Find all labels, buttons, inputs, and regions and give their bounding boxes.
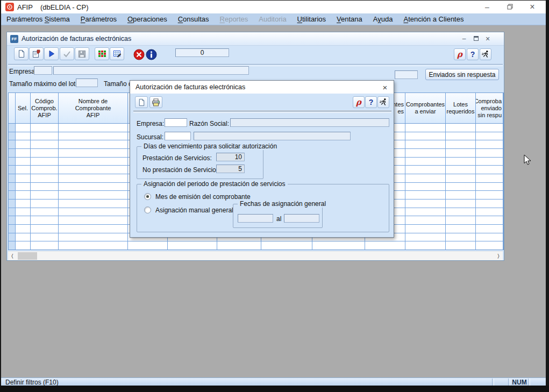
cancel-circle-icon[interactable] [133, 49, 145, 60]
grid-edit-button[interactable] [110, 47, 124, 60]
sucursal-desc-field[interactable] [194, 132, 351, 140]
table-cell [59, 166, 128, 174]
group-dias-vencimiento-title: Días de vencimiento para solicitar autor… [141, 142, 279, 150]
properties-button[interactable] [29, 47, 44, 60]
table-cell [59, 208, 128, 216]
table-cell [446, 225, 476, 233]
dialog-print-button[interactable] [149, 96, 162, 108]
status-divider [508, 379, 510, 386]
new-button[interactable] [14, 47, 28, 60]
row-selector-cell [9, 183, 16, 191]
row-selector-cell [9, 174, 16, 182]
no-prestacion-field[interactable]: 5 [216, 165, 245, 173]
menu-item-ventana[interactable]: Ventana [331, 13, 368, 25]
close-button[interactable]: × [523, 1, 541, 13]
table-cell [31, 132, 59, 140]
radio-asignacion-manual-label: Asignación manual general [155, 206, 233, 214]
rho-icon: ρ [457, 51, 462, 59]
table-row[interactable] [9, 241, 503, 250]
table-cell [405, 174, 446, 182]
menu-item-atenci-n-a-clientes[interactable]: Atención a Clientes [398, 13, 469, 25]
menu-item-operaciones[interactable]: Operaciones [122, 13, 173, 25]
table-cell [446, 199, 476, 208]
extra-field[interactable] [395, 70, 418, 79]
dialog-new-button[interactable] [135, 96, 148, 108]
razon-social-field[interactable] [230, 118, 389, 127]
column-header-comprobantes-enviados-sin-respuesta[interactable]: Comprobaenviadosin respu [476, 93, 503, 123]
empresa-name-field[interactable] [53, 66, 249, 75]
lote-max-field[interactable] [76, 79, 98, 87]
column-header-nombre-comprobante-afip[interactable]: Nombre deComprobanteAFIP [59, 93, 128, 123]
table-cell [476, 233, 503, 241]
minimize-button[interactable]: – [478, 1, 496, 13]
table-cell [476, 225, 503, 233]
table-cell [476, 140, 503, 148]
cancel-rho-button[interactable]: ρ [454, 48, 466, 60]
restore-button[interactable] [501, 1, 519, 13]
sucursal-label: Sucursal: [137, 133, 163, 141]
scroll-left-arrow[interactable]: 〈 [8, 252, 17, 260]
menu-item-reportes[interactable]: Reportes [215, 13, 254, 25]
batch-button[interactable] [95, 47, 109, 60]
row-selector-cell [9, 225, 16, 233]
run-button[interactable] [44, 47, 59, 60]
razon-social-label: Razón Social: [189, 120, 229, 127]
scroll-right-arrow[interactable]: 〉 [494, 252, 503, 260]
scrollbar-thumb[interactable] [18, 252, 37, 260]
fecha-desde-field[interactable] [238, 214, 273, 223]
menu-bar: Parámetros SistemaParámetrosOperacionesC… [1, 13, 546, 25]
dialog-close-button[interactable]: × [380, 82, 390, 92]
table-cell [31, 233, 59, 241]
child-titlebar: FF Autorización de facturas electrónicas… [7, 32, 504, 46]
column-header-comprobantes-a-enviar[interactable]: Comprobantesa enviar [405, 93, 446, 123]
table-cell [446, 191, 476, 199]
table-cell [405, 140, 446, 148]
group-asignacion-periodo-title: Asignación del periodo de prestación de … [141, 180, 288, 188]
exit-button[interactable] [480, 48, 491, 60]
group-fechas-asignacion: Fechas de asignación general al [233, 204, 323, 228]
radio-asignacion-manual[interactable] [144, 206, 151, 213]
table-cell [405, 166, 446, 174]
menu-item-consultas[interactable]: Consultas [173, 13, 215, 25]
table-cell [31, 199, 59, 208]
info-circle-icon[interactable] [146, 49, 157, 60]
radio-mes-emision-label: Mes de emisión del comprobante [155, 193, 251, 201]
table-cell [59, 132, 128, 140]
dialog-cancel-rho-button[interactable]: ρ [353, 96, 365, 108]
row-selector-cell [9, 140, 16, 148]
menu-item-par-metros[interactable]: Parámetros [75, 13, 122, 25]
child-close-button[interactable]: × [483, 34, 493, 43]
menu-item-auditoria[interactable]: Auditoria [253, 13, 291, 25]
dialog-exit-button[interactable] [377, 96, 389, 108]
batch-grid-icon [98, 50, 106, 58]
table-cell [31, 216, 59, 224]
column-header-lotes-requeridos[interactable]: Lotesrequeridos [446, 93, 476, 123]
table-cell [405, 158, 446, 166]
menu-item-ayuda[interactable]: Ayuda [368, 13, 398, 25]
table-cell [446, 132, 476, 140]
empresa-code-field[interactable] [34, 66, 52, 75]
dialog-empresa-field[interactable] [165, 118, 187, 127]
child-restore-button[interactable] [471, 34, 481, 43]
sucursal-field[interactable] [165, 132, 191, 140]
menu-item-par-metros-sistema[interactable]: Parámetros Sistema [1, 13, 75, 25]
new-document-icon [17, 49, 26, 58]
table-cell [446, 241, 476, 250]
enviados-sin-respuesta-button[interactable]: Enviados sin respuesta [425, 69, 499, 80]
table-cell [476, 241, 503, 250]
horizontal-scrollbar[interactable]: 〈 〉 [8, 251, 503, 260]
help-button[interactable]: ? [467, 48, 479, 60]
column-header-sel[interactable]: Sel. [16, 93, 31, 123]
fecha-hasta-field[interactable] [284, 214, 319, 223]
dialog-help-button[interactable]: ? [365, 96, 377, 108]
properties-form-icon [32, 49, 41, 58]
check-icon [63, 51, 71, 58]
prestacion-field[interactable]: 10 [216, 153, 245, 161]
menu-item-utilitarios[interactable]: Utilitarios [292, 13, 331, 25]
column-header-codigo-comprob-afip[interactable]: CódigoComprob.AFIP [31, 93, 59, 123]
child-minimize-button[interactable]: – [459, 34, 469, 43]
table-cell [16, 132, 31, 140]
no-prestacion-label: No prestación de Servicios: [142, 166, 221, 174]
radio-mes-emision[interactable] [144, 193, 151, 200]
column-header-row-selector[interactable] [9, 93, 16, 123]
